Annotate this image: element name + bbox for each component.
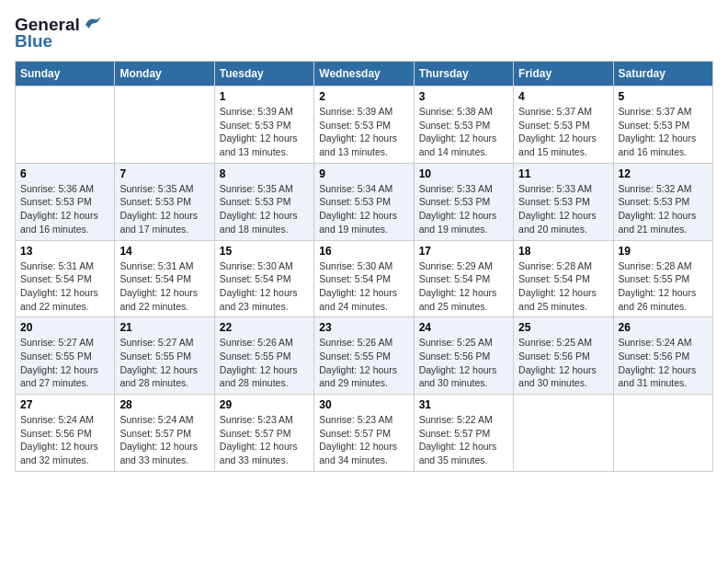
- day-info: Sunrise: 5:23 AMSunset: 5:57 PMDaylight:…: [319, 413, 408, 467]
- calendar-cell: 30Sunrise: 5:23 AMSunset: 5:57 PMDayligh…: [314, 395, 414, 472]
- day-info: Sunrise: 5:31 AMSunset: 5:54 PMDaylight:…: [20, 259, 109, 314]
- day-info: Sunrise: 5:25 AMSunset: 5:56 PMDaylight:…: [419, 336, 508, 390]
- day-number: 7: [119, 167, 209, 180]
- column-header-wednesday: Wednesday: [314, 62, 414, 86]
- calendar-cell: 28Sunrise: 5:24 AMSunset: 5:57 PMDayligh…: [115, 395, 214, 472]
- day-number: 24: [419, 321, 508, 334]
- day-info: Sunrise: 5:22 AMSunset: 5:57 PMDaylight:…: [419, 413, 508, 467]
- column-header-sunday: Sunday: [16, 62, 115, 86]
- logo-bird-icon: [82, 16, 102, 34]
- calendar-cell: [613, 395, 712, 472]
- week-row-1: 1Sunrise: 5:39 AMSunset: 5:53 PMDaylight…: [16, 86, 713, 164]
- day-number: 29: [220, 398, 309, 411]
- calendar-cell: 19Sunrise: 5:28 AMSunset: 5:55 PMDayligh…: [613, 240, 712, 317]
- day-number: 5: [619, 90, 708, 103]
- day-number: 14: [119, 245, 209, 258]
- day-number: 16: [319, 245, 408, 258]
- calendar-cell: 12Sunrise: 5:32 AMSunset: 5:53 PMDayligh…: [613, 163, 712, 240]
- calendar-cell: 24Sunrise: 5:25 AMSunset: 5:56 PMDayligh…: [414, 317, 513, 395]
- day-info: Sunrise: 5:34 AMSunset: 5:53 PMDaylight:…: [319, 182, 408, 236]
- calendar-cell: 6Sunrise: 5:36 AMSunset: 5:53 PMDaylight…: [16, 163, 115, 240]
- day-number: 17: [419, 245, 508, 258]
- day-info: Sunrise: 5:28 AMSunset: 5:55 PMDaylight:…: [619, 259, 708, 314]
- calendar-cell: [514, 395, 613, 472]
- day-info: Sunrise: 5:27 AMSunset: 5:55 PMDaylight:…: [119, 336, 209, 390]
- column-header-friday: Friday: [514, 62, 613, 86]
- day-number: 6: [20, 167, 109, 180]
- day-info: Sunrise: 5:28 AMSunset: 5:54 PMDaylight:…: [518, 259, 608, 314]
- day-number: 22: [220, 321, 309, 334]
- day-info: Sunrise: 5:24 AMSunset: 5:56 PMDaylight:…: [619, 336, 708, 390]
- calendar-cell: 17Sunrise: 5:29 AMSunset: 5:54 PMDayligh…: [414, 240, 513, 317]
- day-info: Sunrise: 5:39 AMSunset: 5:53 PMDaylight:…: [220, 105, 309, 159]
- day-number: 9: [319, 167, 408, 180]
- calendar-header-row: SundayMondayTuesdayWednesdayThursdayFrid…: [16, 62, 713, 86]
- day-info: Sunrise: 5:33 AMSunset: 5:53 PMDaylight:…: [419, 182, 508, 236]
- week-row-5: 27Sunrise: 5:24 AMSunset: 5:56 PMDayligh…: [16, 395, 713, 472]
- calendar-cell: 2Sunrise: 5:39 AMSunset: 5:53 PMDaylight…: [314, 86, 414, 164]
- column-header-saturday: Saturday: [613, 62, 712, 86]
- day-number: 25: [518, 321, 608, 334]
- day-info: Sunrise: 5:37 AMSunset: 5:53 PMDaylight:…: [518, 105, 608, 159]
- day-info: Sunrise: 5:33 AMSunset: 5:53 PMDaylight:…: [518, 182, 608, 236]
- day-info: Sunrise: 5:26 AMSunset: 5:55 PMDaylight:…: [220, 336, 309, 390]
- calendar-cell: 16Sunrise: 5:30 AMSunset: 5:54 PMDayligh…: [314, 240, 414, 317]
- day-number: 19: [619, 245, 708, 258]
- calendar-cell: 22Sunrise: 5:26 AMSunset: 5:55 PMDayligh…: [214, 317, 313, 395]
- day-info: Sunrise: 5:31 AMSunset: 5:54 PMDaylight:…: [119, 259, 209, 314]
- day-info: Sunrise: 5:24 AMSunset: 5:56 PMDaylight:…: [20, 413, 109, 467]
- calendar-cell: 4Sunrise: 5:37 AMSunset: 5:53 PMDaylight…: [514, 86, 613, 164]
- day-number: 12: [619, 167, 708, 180]
- calendar-cell: 25Sunrise: 5:25 AMSunset: 5:56 PMDayligh…: [514, 317, 613, 395]
- day-number: 10: [419, 167, 508, 180]
- day-info: Sunrise: 5:29 AMSunset: 5:54 PMDaylight:…: [419, 259, 508, 314]
- day-number: 20: [20, 321, 109, 334]
- column-header-monday: Monday: [115, 62, 214, 86]
- calendar-cell: 1Sunrise: 5:39 AMSunset: 5:53 PMDaylight…: [214, 86, 313, 164]
- day-number: 8: [220, 167, 309, 180]
- day-info: Sunrise: 5:26 AMSunset: 5:55 PMDaylight:…: [319, 336, 408, 390]
- day-info: Sunrise: 5:25 AMSunset: 5:56 PMDaylight:…: [518, 336, 608, 390]
- calendar-cell: [16, 86, 115, 164]
- day-info: Sunrise: 5:30 AMSunset: 5:54 PMDaylight:…: [220, 259, 309, 314]
- day-info: Sunrise: 5:39 AMSunset: 5:53 PMDaylight:…: [319, 105, 408, 159]
- day-number: 15: [220, 245, 309, 258]
- calendar-table: SundayMondayTuesdayWednesdayThursdayFrid…: [15, 61, 713, 472]
- day-number: 3: [419, 90, 508, 103]
- calendar-cell: 14Sunrise: 5:31 AMSunset: 5:54 PMDayligh…: [115, 240, 214, 317]
- day-number: 31: [419, 398, 508, 411]
- calendar-cell: 18Sunrise: 5:28 AMSunset: 5:54 PMDayligh…: [514, 240, 613, 317]
- calendar-cell: 3Sunrise: 5:38 AMSunset: 5:53 PMDaylight…: [414, 86, 513, 164]
- calendar-cell: 29Sunrise: 5:23 AMSunset: 5:57 PMDayligh…: [214, 395, 313, 472]
- day-number: 18: [518, 245, 608, 258]
- page-header: General Blue: [15, 15, 713, 52]
- week-row-3: 13Sunrise: 5:31 AMSunset: 5:54 PMDayligh…: [16, 240, 713, 317]
- day-number: 30: [319, 398, 408, 411]
- day-number: 1: [220, 90, 309, 103]
- column-header-thursday: Thursday: [414, 62, 513, 86]
- day-number: 11: [518, 167, 608, 180]
- column-header-tuesday: Tuesday: [214, 62, 313, 86]
- calendar-cell: 11Sunrise: 5:33 AMSunset: 5:53 PMDayligh…: [514, 163, 613, 240]
- calendar-cell: 5Sunrise: 5:37 AMSunset: 5:53 PMDaylight…: [613, 86, 712, 164]
- calendar-cell: 31Sunrise: 5:22 AMSunset: 5:57 PMDayligh…: [414, 395, 513, 472]
- calendar-cell: 7Sunrise: 5:35 AMSunset: 5:53 PMDaylight…: [115, 163, 214, 240]
- day-number: 21: [119, 321, 209, 334]
- calendar-cell: 10Sunrise: 5:33 AMSunset: 5:53 PMDayligh…: [414, 163, 513, 240]
- day-info: Sunrise: 5:32 AMSunset: 5:53 PMDaylight:…: [619, 182, 708, 236]
- day-info: Sunrise: 5:24 AMSunset: 5:57 PMDaylight:…: [119, 413, 209, 467]
- day-info: Sunrise: 5:30 AMSunset: 5:54 PMDaylight:…: [319, 259, 408, 314]
- calendar-cell: 27Sunrise: 5:24 AMSunset: 5:56 PMDayligh…: [16, 395, 115, 472]
- calendar-cell: 13Sunrise: 5:31 AMSunset: 5:54 PMDayligh…: [16, 240, 115, 317]
- week-row-4: 20Sunrise: 5:27 AMSunset: 5:55 PMDayligh…: [16, 317, 713, 395]
- day-info: Sunrise: 5:35 AMSunset: 5:53 PMDaylight:…: [119, 182, 209, 236]
- day-number: 23: [319, 321, 408, 334]
- calendar-cell: 9Sunrise: 5:34 AMSunset: 5:53 PMDaylight…: [314, 163, 414, 240]
- calendar-cell: 15Sunrise: 5:30 AMSunset: 5:54 PMDayligh…: [214, 240, 313, 317]
- day-number: 4: [518, 90, 608, 103]
- day-number: 26: [619, 321, 708, 334]
- day-number: 27: [20, 398, 109, 411]
- day-info: Sunrise: 5:23 AMSunset: 5:57 PMDaylight:…: [220, 413, 309, 467]
- day-info: Sunrise: 5:27 AMSunset: 5:55 PMDaylight:…: [20, 336, 109, 390]
- day-number: 13: [20, 245, 109, 258]
